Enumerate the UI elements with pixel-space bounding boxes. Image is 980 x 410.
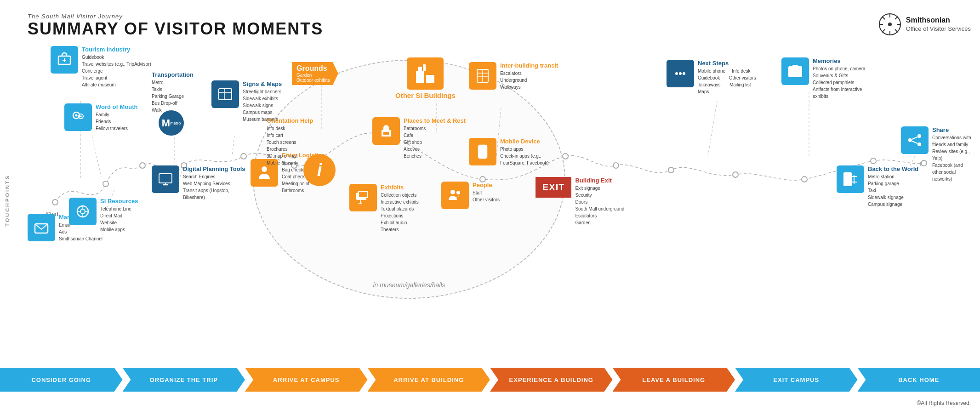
exit-sign: EXIT [536,177,571,198]
svg-rect-62 [426,75,434,83]
places-meet-rest-box: Places to Meet & Rest BathroomsCafeGift … [372,117,466,159]
svg-point-37 [802,177,807,182]
share-icon [901,126,929,154]
smithsonian-logo: Smithsonian Office of Visitor Services [878,13,971,36]
other-si-icon [407,57,444,90]
building-exit-title: Building Exit [575,177,624,184]
bottom-bar: CONSIDER GOING ORGANIZE THE TRIP ARRIVE … [0,368,980,392]
svg-line-16 [232,136,234,155]
svg-point-46 [75,114,78,117]
memories-title: Memories [813,57,866,64]
mobile-device-icon [469,138,496,165]
orientation-help-box: Orientation Help Info deskInfo cartTouch… [267,117,313,166]
svg-point-47 [80,115,82,117]
svg-line-6 [882,17,885,19]
transportation-title: Transportation [152,71,194,78]
signs-maps-icon [211,80,239,108]
metro-icon-block: Mmetro [159,110,184,136]
transportation-box: Transportation MetroTaxisParking GarageB… [152,71,194,114]
exhibits-box: Exhibits Collection objectsInteractive e… [349,184,419,233]
svg-point-35 [668,167,674,173]
header-subtitle: The South Mall Visitor Journey [28,13,323,20]
word-of-mouth-items: FamilyFriendsFellow travelers [96,111,137,132]
si-resources-icon [69,198,97,225]
step-arrive-building: ARRIVE AT BUILDING [368,368,490,392]
main-container: The South Mall Visitor Journey SUMMARY O… [0,0,980,410]
step-experience-building: EXPERIENCE A BUILDING [490,368,613,392]
step-organize-trip-label: ORGANIZE THE TRIP [150,376,218,383]
digital-planning-icon [152,165,179,193]
svg-point-50 [80,209,85,214]
share-box: Share Conversations withfriends and fami… [901,126,971,182]
smithsonian-logo-text: Smithsonian Office of Visitor Services [906,16,971,33]
svg-line-21 [708,101,717,156]
share-items: Conversations withfriends and familyRevi… [932,134,971,182]
metro-icon: Mmetro [159,110,184,136]
word-of-mouth-title: Word of Mouth [96,103,137,110]
svg-point-78 [675,72,678,75]
word-of-mouth-icon [64,103,92,131]
exhibits-title: Exhibits [381,184,419,191]
inter-building-items: EscalatorsUndergroundWalkways [500,70,558,91]
signs-maps-box: Signs & Maps Streetlight bannersSidewalk… [211,80,282,123]
si-resources-items: Telephone LineDirect MailWebsiteMobile a… [100,205,138,233]
step-experience-building-label: EXPERIENCE A BUILDING [509,376,593,383]
next-steps-box: Next Steps Mobile phone Info deskGuidebo… [667,60,756,95]
copyright: ©All Rights Reserved. [917,400,971,406]
share-title: Share [932,126,971,133]
other-si-buildings-box: Other SI Buildings [395,57,456,100]
header: The South Mall Visitor Journey SUMMARY O… [28,13,323,38]
digital-planning-title: Digital Planning Tools [183,165,245,172]
svg-rect-55 [219,89,232,100]
step-arrive-campus: ARRIVE AT CAMPUS [245,368,368,392]
svg-line-91 [912,137,917,139]
svg-rect-63 [418,67,422,71]
digital-planning-items: Search EnginesWeb Mapping ServicesTransi… [183,173,245,201]
svg-point-36 [733,172,738,177]
svg-line-12 [92,136,101,177]
step-back-home: BACK HOME [858,368,980,392]
memories-items: Photos on phone, cameraSouvenirs & Gifts… [813,65,866,100]
svg-line-7 [895,29,898,32]
svg-point-29 [241,154,246,159]
inter-building-icon [469,62,496,90]
signs-maps-title: Signs & Maps [243,80,282,87]
next-steps-title: Next Steps [698,60,756,67]
svg-point-27 [140,163,145,168]
tourism-items: GuidebookTravel websites (e.g., TripAdvi… [82,54,151,88]
tourism-industry-box: Tourism Industry GuidebookTravel website… [51,46,151,88]
smithsonian-logo-icon [878,13,901,36]
smithsonian-dept: Office of Visitor Services [906,25,971,33]
grounds-title: Grounds [296,64,330,73]
step-organize-trip: ORGANIZE THE TRIP [123,368,245,392]
step-leave-building-label: LEAVE A BUILDING [642,376,705,383]
svg-point-69 [262,166,267,172]
grounds-box: Grounds GardenOutdoor exhibits [292,62,338,85]
building-exit-items: Exit signageSecurityDoorsSouth Mall unde… [575,185,624,226]
other-si-title: Other SI Buildings [395,91,456,99]
digital-planning-box: Digital Planning Tools Search EnginesWeb… [152,165,245,201]
svg-rect-58 [159,174,172,183]
touchpoints-label: TOUCHPOINTS [5,175,10,227]
svg-rect-83 [793,65,798,68]
grounds-items: GardenOutdoor exhibits [296,73,330,83]
svg-line-8 [895,17,898,19]
tourism-icon [51,46,78,74]
step-arrive-campus-label: ARRIVE AT CAMPUS [273,376,340,383]
places-meet-rest-title: Places to Meet & Rest [404,117,466,124]
smithsonian-name: Smithsonian [906,16,971,25]
svg-rect-61 [416,71,424,83]
grounds-arrow: Grounds GardenOutdoor exhibits [292,62,338,85]
svg-point-90 [908,138,912,142]
step-exit-campus-label: EXIT CAMPUS [773,376,819,383]
inter-building-transit-box: Inter-building transit EscalatorsUndergr… [469,62,558,91]
step-consider-going-label: CONSIDER GOING [31,376,91,383]
svg-line-9 [882,29,885,32]
svg-point-79 [679,72,682,75]
step-leave-building: LEAVE A BUILDING [613,368,735,392]
places-meet-rest-icon [372,117,400,145]
svg-point-1 [888,23,892,26]
mobile-device-box: Mobile Device Photo appsCheck-in apps (e… [469,138,549,167]
step-consider-going: CONSIDER GOING [0,368,123,392]
next-steps-items: Mobile phone Info deskGuidebook Other vi… [698,68,756,95]
